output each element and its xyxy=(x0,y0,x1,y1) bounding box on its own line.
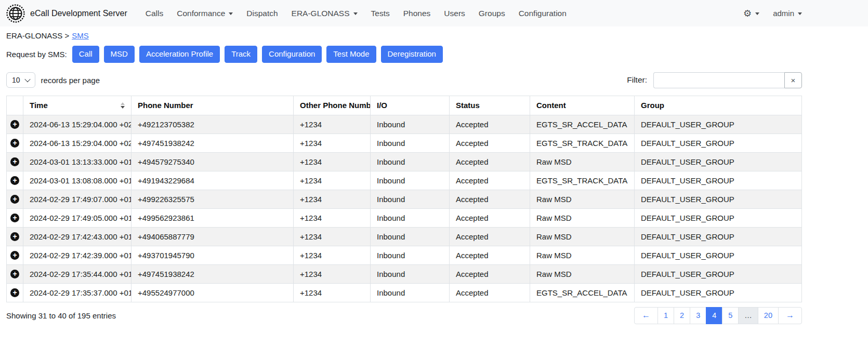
nav-item-conformance[interactable]: Conformance xyxy=(170,5,240,22)
pagination-prev-button[interactable]: ← xyxy=(634,307,658,324)
cell-content: Raw MSD xyxy=(530,152,635,171)
pagination-page-20[interactable]: 20 xyxy=(758,307,779,324)
request-button-call[interactable]: Call xyxy=(72,46,99,63)
expand-cell: + xyxy=(7,283,23,302)
cell-time: 2024-06-13 15:29:04.000 +0200 xyxy=(23,115,131,134)
breadcrumb: ERA-GLONASS>SMS xyxy=(6,31,802,40)
cell-status: Accepted xyxy=(450,152,530,171)
column-header-group[interactable]: Group xyxy=(635,96,802,115)
cell-status: Accepted xyxy=(450,208,530,227)
cell-group: DEFAULT_USER_GROUP xyxy=(635,246,802,264)
table-row: +2024-06-13 15:29:04.000 +0200+492123705… xyxy=(7,115,802,134)
pagination: ←12345…20→ xyxy=(634,307,802,324)
user-menu[interactable]: admin xyxy=(773,9,802,18)
chevron-down-icon xyxy=(229,12,233,15)
expand-row-plus-icon[interactable]: + xyxy=(10,176,19,185)
cell-phone-number: +492123705382 xyxy=(131,115,294,134)
column-header-phone-number[interactable]: Phone Number xyxy=(131,96,294,115)
column-header-status[interactable]: Status xyxy=(450,96,530,115)
cell-group: DEFAULT_USER_GROUP xyxy=(635,283,802,302)
pagination-page-5[interactable]: 5 xyxy=(722,307,739,324)
expand-row-plus-icon[interactable]: + xyxy=(10,139,19,148)
nav-item-calls[interactable]: Calls xyxy=(139,5,170,22)
expand-row-plus-icon[interactable]: + xyxy=(10,251,19,260)
table-row: +2024-06-13 15:29:04.000 +0200+497451938… xyxy=(7,134,802,152)
nav-item-configuration[interactable]: Configuration xyxy=(512,5,573,22)
breadcrumb-parent: ERA-GLONASS xyxy=(6,31,62,40)
cell-content: EGTS_SR_TRACK_DATA xyxy=(530,134,635,152)
column-header-content[interactable]: Content xyxy=(530,96,635,115)
expand-cell: + xyxy=(7,227,23,246)
table-header-row: TimePhone NumberOther Phone NumberI/OSta… xyxy=(7,96,802,115)
nav-item-era-glonass[interactable]: ERA-GLONASS xyxy=(285,5,364,22)
pagination-page-2[interactable]: 2 xyxy=(674,307,690,324)
app-title: eCall Development Server xyxy=(30,9,127,18)
expand-cell: + xyxy=(7,190,23,208)
cell-other-phone-number: +1234 xyxy=(294,171,371,190)
pagination-page-3[interactable]: 3 xyxy=(690,307,706,324)
request-button-configuration[interactable]: Configuration xyxy=(262,46,322,63)
settings-menu[interactable]: ⚙ xyxy=(743,9,759,18)
column-header-i-o[interactable]: I/O xyxy=(371,96,450,115)
table-row: +2024-02-29 17:35:37.000 +0100+495524977… xyxy=(7,283,802,302)
nav-item-label: Dispatch xyxy=(246,9,278,18)
table-row: +2024-03-01 13:13:33.000 +0100+494579275… xyxy=(7,152,802,171)
nav-item-tests[interactable]: Tests xyxy=(364,5,397,22)
column-header-label: I/O xyxy=(377,101,387,110)
breadcrumb-separator: > xyxy=(64,31,69,40)
request-button-acceleration-profile[interactable]: Acceleration Profile xyxy=(139,46,220,63)
close-icon: × xyxy=(791,76,796,85)
nav-item-label: Tests xyxy=(371,9,390,18)
top-navbar: eCall Development Server CallsConformanc… xyxy=(0,0,868,26)
cell-content: Raw MSD xyxy=(530,190,635,208)
expand-row-plus-icon[interactable]: + xyxy=(10,214,19,222)
table-row: +2024-02-29 17:35:44.000 +0100+497451938… xyxy=(7,264,802,283)
cell-io: Inbound xyxy=(371,227,450,246)
cell-other-phone-number: +1234 xyxy=(294,152,371,171)
column-header-other-phone-number[interactable]: Other Phone Number xyxy=(294,96,371,115)
column-header-time[interactable]: Time xyxy=(23,96,131,115)
chevron-down-icon xyxy=(755,12,759,15)
nav-menu: CallsConformanceDispatchERA-GLONASSTests… xyxy=(139,5,573,22)
cell-io: Inbound xyxy=(371,283,450,302)
expand-row-plus-icon[interactable]: + xyxy=(10,195,19,204)
cell-other-phone-number: +1234 xyxy=(294,134,371,152)
expand-row-plus-icon[interactable]: + xyxy=(10,270,19,278)
nav-item-label: Configuration xyxy=(519,9,567,18)
request-button-deregistration[interactable]: Deregistration xyxy=(381,46,443,63)
nav-item-groups[interactable]: Groups xyxy=(472,5,512,22)
breadcrumb-current-sms-link[interactable]: SMS xyxy=(72,31,89,40)
cell-phone-number: +497451938242 xyxy=(131,264,294,283)
nav-item-phones[interactable]: Phones xyxy=(397,5,438,22)
nav-item-dispatch[interactable]: Dispatch xyxy=(240,5,284,22)
table-row: +2024-03-01 13:08:08.000 +0100+491943229… xyxy=(7,171,802,190)
page-size-select[interactable]: 10 xyxy=(6,72,35,88)
filter-input[interactable] xyxy=(653,72,784,88)
pagination-next-button[interactable]: → xyxy=(778,307,802,324)
request-button-msd[interactable]: MSD xyxy=(104,46,135,63)
cell-io: Inbound xyxy=(371,152,450,171)
expand-cell: + xyxy=(7,115,23,134)
expand-row-plus-icon[interactable]: + xyxy=(10,157,19,166)
expand-row-plus-icon[interactable]: + xyxy=(10,288,19,297)
clear-filter-button[interactable]: × xyxy=(784,72,802,88)
nav-item-label: Users xyxy=(444,9,465,18)
expand-row-plus-icon[interactable]: + xyxy=(10,232,19,241)
pagination-page-1[interactable]: 1 xyxy=(657,307,674,324)
cell-group: DEFAULT_USER_GROUP xyxy=(635,171,802,190)
nav-item-label: Groups xyxy=(479,9,505,18)
request-button-track[interactable]: Track xyxy=(225,46,257,63)
cell-status: Accepted xyxy=(450,246,530,264)
cell-status: Accepted xyxy=(450,227,530,246)
column-header-label: Group xyxy=(641,101,664,110)
request-button-group: CallMSDAcceleration ProfileTrackConfigur… xyxy=(72,46,448,63)
cell-other-phone-number: +1234 xyxy=(294,283,371,302)
request-button-test-mode[interactable]: Test Mode xyxy=(326,46,376,63)
cell-time: 2024-02-29 17:42:43.000 +0100 xyxy=(23,227,131,246)
cell-other-phone-number: +1234 xyxy=(294,115,371,134)
nav-item-users[interactable]: Users xyxy=(437,5,471,22)
expand-row-plus-icon[interactable]: + xyxy=(10,120,19,129)
cell-time: 2024-02-29 17:35:44.000 +0100 xyxy=(23,264,131,283)
sort-icon xyxy=(121,102,125,109)
pagination-page-4[interactable]: 4 xyxy=(706,307,722,324)
